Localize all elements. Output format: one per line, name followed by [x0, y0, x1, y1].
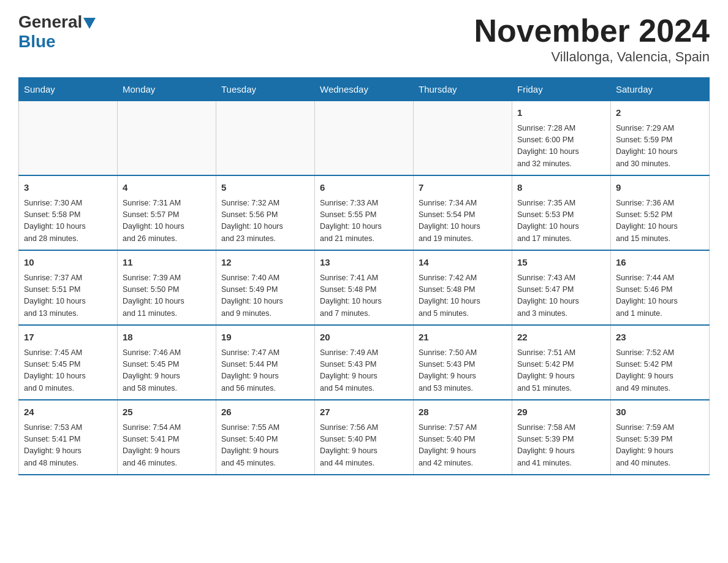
- calendar-week-row: 1Sunrise: 7:28 AMSunset: 6:00 PMDaylight…: [19, 101, 710, 176]
- day-detail: Sunrise: 7:47 AMSunset: 5:44 PMDaylight:…: [221, 347, 309, 395]
- day-detail: Sunrise: 7:54 AMSunset: 5:41 PMDaylight:…: [123, 422, 211, 470]
- calendar-day-cell: [414, 101, 512, 176]
- calendar-day-cell: [216, 101, 315, 176]
- header: General Blue November 2024 Villalonga, V…: [18, 12, 710, 65]
- day-number: 23: [616, 331, 704, 345]
- day-detail: Sunrise: 7:34 AMSunset: 5:54 PMDaylight:…: [419, 197, 507, 245]
- day-detail: Sunrise: 7:32 AMSunset: 5:56 PMDaylight:…: [221, 197, 309, 245]
- day-number: 19: [221, 331, 309, 345]
- logo-general-text: General: [18, 12, 82, 32]
- day-detail: Sunrise: 7:29 AMSunset: 5:59 PMDaylight:…: [616, 123, 704, 170]
- day-detail: Sunrise: 7:39 AMSunset: 5:50 PMDaylight:…: [123, 272, 211, 320]
- day-detail: Sunrise: 7:56 AMSunset: 5:40 PMDaylight:…: [320, 422, 408, 470]
- calendar-day-cell: 12Sunrise: 7:40 AMSunset: 5:49 PMDayligh…: [216, 250, 315, 325]
- day-detail: Sunrise: 7:43 AMSunset: 5:47 PMDaylight:…: [517, 272, 605, 320]
- calendar-week-row: 3Sunrise: 7:30 AMSunset: 5:58 PMDaylight…: [19, 175, 710, 250]
- calendar-day-cell: 20Sunrise: 7:49 AMSunset: 5:43 PMDayligh…: [315, 325, 414, 400]
- page-subtitle: Villalonga, Valencia, Spain: [474, 49, 710, 65]
- calendar-day-cell: 26Sunrise: 7:55 AMSunset: 5:40 PMDayligh…: [216, 400, 315, 475]
- day-number: 9: [616, 181, 704, 195]
- day-detail: Sunrise: 7:36 AMSunset: 5:52 PMDaylight:…: [616, 197, 704, 245]
- calendar-day-cell: 13Sunrise: 7:41 AMSunset: 5:48 PMDayligh…: [315, 250, 414, 325]
- calendar-week-row: 17Sunrise: 7:45 AMSunset: 5:45 PMDayligh…: [19, 325, 710, 400]
- title-area: November 2024 Villalonga, Valencia, Spai…: [474, 12, 710, 65]
- calendar-day-cell: [118, 101, 216, 176]
- day-detail: Sunrise: 7:58 AMSunset: 5:39 PMDaylight:…: [517, 422, 605, 470]
- day-number: 8: [517, 181, 605, 195]
- calendar-day-cell: 1Sunrise: 7:28 AMSunset: 6:00 PMDaylight…: [512, 101, 611, 176]
- day-detail: Sunrise: 7:50 AMSunset: 5:43 PMDaylight:…: [419, 347, 507, 395]
- day-detail: Sunrise: 7:52 AMSunset: 5:42 PMDaylight:…: [616, 347, 704, 395]
- day-detail: Sunrise: 7:55 AMSunset: 5:40 PMDaylight:…: [221, 422, 309, 470]
- day-detail: Sunrise: 7:44 AMSunset: 5:46 PMDaylight:…: [616, 272, 704, 320]
- calendar-day-cell: 8Sunrise: 7:35 AMSunset: 5:53 PMDaylight…: [512, 175, 611, 250]
- day-number: 16: [616, 256, 704, 270]
- day-number: 15: [517, 256, 605, 270]
- day-number: 22: [517, 331, 605, 345]
- day-number: 25: [123, 405, 211, 419]
- day-detail: Sunrise: 7:28 AMSunset: 6:00 PMDaylight:…: [517, 123, 605, 170]
- col-friday: Friday: [512, 78, 611, 101]
- calendar-day-cell: 3Sunrise: 7:30 AMSunset: 5:58 PMDaylight…: [19, 175, 118, 250]
- calendar-day-cell: 9Sunrise: 7:36 AMSunset: 5:52 PMDaylight…: [611, 175, 710, 250]
- calendar-day-cell: 4Sunrise: 7:31 AMSunset: 5:57 PMDaylight…: [118, 175, 216, 250]
- day-detail: Sunrise: 7:45 AMSunset: 5:45 PMDaylight:…: [24, 347, 112, 395]
- day-number: 11: [123, 256, 211, 270]
- calendar-day-cell: [315, 101, 414, 176]
- day-detail: Sunrise: 7:41 AMSunset: 5:48 PMDaylight:…: [320, 272, 408, 320]
- col-tuesday: Tuesday: [216, 78, 315, 101]
- logo: General Blue: [18, 12, 96, 52]
- day-detail: Sunrise: 7:40 AMSunset: 5:49 PMDaylight:…: [221, 272, 309, 320]
- day-number: 29: [517, 405, 605, 419]
- calendar-day-cell: 2Sunrise: 7:29 AMSunset: 5:59 PMDaylight…: [611, 101, 710, 176]
- col-wednesday: Wednesday: [315, 78, 414, 101]
- day-detail: Sunrise: 7:42 AMSunset: 5:48 PMDaylight:…: [419, 272, 507, 320]
- day-number: 18: [123, 331, 211, 345]
- col-saturday: Saturday: [611, 78, 710, 101]
- day-number: 30: [616, 405, 704, 419]
- calendar-day-cell: 25Sunrise: 7:54 AMSunset: 5:41 PMDayligh…: [118, 400, 216, 475]
- day-number: 20: [320, 331, 408, 345]
- calendar-week-row: 10Sunrise: 7:37 AMSunset: 5:51 PMDayligh…: [19, 250, 710, 325]
- day-number: 27: [320, 405, 408, 419]
- calendar-day-cell: 22Sunrise: 7:51 AMSunset: 5:42 PMDayligh…: [512, 325, 611, 400]
- day-number: 4: [123, 181, 211, 195]
- logo-blue-text: Blue: [18, 32, 96, 52]
- day-detail: Sunrise: 7:57 AMSunset: 5:40 PMDaylight:…: [419, 422, 507, 470]
- calendar-day-cell: 27Sunrise: 7:56 AMSunset: 5:40 PMDayligh…: [315, 400, 414, 475]
- calendar-day-cell: 15Sunrise: 7:43 AMSunset: 5:47 PMDayligh…: [512, 250, 611, 325]
- day-number: 12: [221, 256, 309, 270]
- page-title: November 2024: [474, 12, 710, 49]
- day-number: 13: [320, 256, 408, 270]
- calendar-day-cell: 14Sunrise: 7:42 AMSunset: 5:48 PMDayligh…: [414, 250, 512, 325]
- day-number: 14: [419, 256, 507, 270]
- calendar-day-cell: 23Sunrise: 7:52 AMSunset: 5:42 PMDayligh…: [611, 325, 710, 400]
- day-detail: Sunrise: 7:31 AMSunset: 5:57 PMDaylight:…: [123, 197, 211, 245]
- calendar-day-cell: 19Sunrise: 7:47 AMSunset: 5:44 PMDayligh…: [216, 325, 315, 400]
- day-number: 21: [419, 331, 507, 345]
- calendar-day-cell: 30Sunrise: 7:59 AMSunset: 5:39 PMDayligh…: [611, 400, 710, 475]
- day-number: 26: [221, 405, 309, 419]
- calendar-header-row: Sunday Monday Tuesday Wednesday Thursday…: [19, 78, 710, 101]
- calendar-day-cell: 6Sunrise: 7:33 AMSunset: 5:55 PMDaylight…: [315, 175, 414, 250]
- day-number: 3: [24, 181, 112, 195]
- day-detail: Sunrise: 7:33 AMSunset: 5:55 PMDaylight:…: [320, 197, 408, 245]
- day-detail: Sunrise: 7:46 AMSunset: 5:45 PMDaylight:…: [123, 347, 211, 395]
- calendar-day-cell: 11Sunrise: 7:39 AMSunset: 5:50 PMDayligh…: [118, 250, 216, 325]
- day-number: 17: [24, 331, 112, 345]
- calendar-week-row: 24Sunrise: 7:53 AMSunset: 5:41 PMDayligh…: [19, 400, 710, 475]
- calendar-day-cell: 5Sunrise: 7:32 AMSunset: 5:56 PMDaylight…: [216, 175, 315, 250]
- calendar-day-cell: 16Sunrise: 7:44 AMSunset: 5:46 PMDayligh…: [611, 250, 710, 325]
- day-number: 24: [24, 405, 112, 419]
- calendar-day-cell: 28Sunrise: 7:57 AMSunset: 5:40 PMDayligh…: [414, 400, 512, 475]
- col-thursday: Thursday: [414, 78, 512, 101]
- calendar-day-cell: 7Sunrise: 7:34 AMSunset: 5:54 PMDaylight…: [414, 175, 512, 250]
- calendar-day-cell: 17Sunrise: 7:45 AMSunset: 5:45 PMDayligh…: [19, 325, 118, 400]
- day-detail: Sunrise: 7:35 AMSunset: 5:53 PMDaylight:…: [517, 197, 605, 245]
- day-detail: Sunrise: 7:49 AMSunset: 5:43 PMDaylight:…: [320, 347, 408, 395]
- day-number: 6: [320, 181, 408, 195]
- day-number: 28: [419, 405, 507, 419]
- calendar-table: Sunday Monday Tuesday Wednesday Thursday…: [18, 77, 710, 475]
- calendar-day-cell: 21Sunrise: 7:50 AMSunset: 5:43 PMDayligh…: [414, 325, 512, 400]
- day-detail: Sunrise: 7:30 AMSunset: 5:58 PMDaylight:…: [24, 197, 112, 245]
